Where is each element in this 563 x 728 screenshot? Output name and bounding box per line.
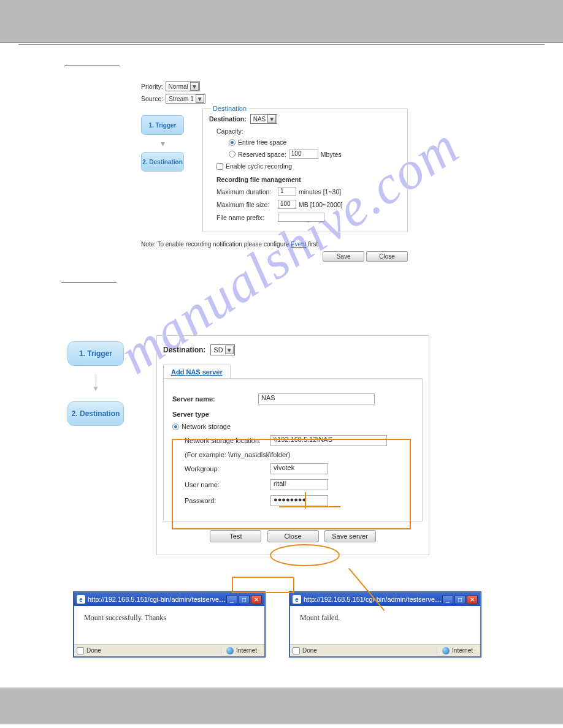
max-filesize-input[interactable]: 100 <box>278 200 296 209</box>
network-storage-radio[interactable] <box>172 423 179 430</box>
main-panel: Destination: SD ▼ Add NAS server Server … <box>156 335 429 555</box>
arrow-down-icon: ▼ <box>67 384 124 393</box>
document-icon <box>293 647 300 654</box>
recording-destination-panel: Priority: Normal ▼ Source: Stream 1 ▼ 1.… <box>141 82 545 262</box>
priority-value: Normal <box>167 83 190 90</box>
password-input[interactable]: ●●●●●●●● <box>270 495 328 506</box>
step-destination[interactable]: 2. Destination <box>67 401 124 426</box>
globe-icon <box>442 647 450 654</box>
destination-label: Destination: <box>163 346 205 354</box>
status-bar: Done Internet <box>290 644 480 656</box>
maximize-button[interactable]: □ <box>454 595 465 604</box>
globe-icon <box>226 647 234 654</box>
ie-icon <box>77 595 85 604</box>
reserved-radio[interactable] <box>229 151 236 157</box>
tab-body: Server name: NAS Server type Network sto… <box>163 378 423 521</box>
popup-body: Mount failed. <box>290 606 480 644</box>
fieldset-legend: Destination <box>210 105 249 112</box>
source-select[interactable]: Stream 1 ▼ <box>166 94 205 104</box>
result-popups: http://192.168.5.151/cgi-bin/admin/tests… <box>74 592 489 657</box>
nsl-input[interactable]: \\192.168.5.12\NAS <box>270 435 387 446</box>
nas-server-panel: 1. Trigger ▼ 2. Destination Destination:… <box>67 335 545 555</box>
chevron-down-icon: ▼ <box>267 115 276 123</box>
arrow-down-icon: ▾ <box>141 135 184 152</box>
annotation-underline <box>279 506 340 507</box>
destination-select[interactable]: NAS ▼ <box>250 114 278 124</box>
reserved-input[interactable]: 100 <box>289 150 318 159</box>
test-button[interactable]: Test <box>210 530 261 542</box>
max-duration-input[interactable]: 1 <box>278 187 296 196</box>
status-done: Done <box>302 647 317 654</box>
footer-bar <box>0 688 563 724</box>
workgroup-label: Workgroup: <box>185 465 270 472</box>
destination-label: Destination: <box>209 115 247 123</box>
note-text: Note: To enable recording notification p… <box>141 241 545 248</box>
close-button[interactable]: ✕ <box>467 595 478 604</box>
source-value: Stream 1 <box>167 96 196 102</box>
capacity-label: Capacity: <box>216 127 401 135</box>
destination-select[interactable]: SD ▼ <box>210 344 234 355</box>
source-label: Source: <box>141 95 163 102</box>
cyclic-checkbox[interactable] <box>216 163 223 170</box>
add-nas-tab[interactable]: Add NAS server <box>163 365 231 379</box>
destination-fieldset: Destination Destination: NAS ▼ Capacity:… <box>202 108 408 232</box>
fail-popup: http://192.168.5.151/cgi-bin/admin/tests… <box>289 592 481 657</box>
max-duration-label: Maximum duration: <box>216 188 278 195</box>
rfm-heading: Recording file management <box>216 176 401 183</box>
status-bar: Done Internet <box>74 644 264 656</box>
step-trigger[interactable]: 1. Trigger <box>67 341 124 366</box>
ie-icon <box>293 595 301 604</box>
window-title: http://192.168.5.151/cgi-bin/admin/tests… <box>88 596 226 603</box>
nsl-label: Network storage location: <box>185 437 270 444</box>
status-internet: Internet <box>452 647 473 654</box>
popup-body: Mount successfully. Thanks <box>74 606 264 644</box>
priority-label: Priority: <box>141 83 163 90</box>
close-button[interactable]: Close <box>267 530 319 542</box>
event-link[interactable]: Event <box>291 241 307 248</box>
save-button[interactable]: Save <box>323 251 364 262</box>
section-divider <box>64 60 120 66</box>
username-input[interactable]: ritali <box>270 479 328 490</box>
max-filesize-unit: MB [100~2000] <box>299 201 343 208</box>
document-icon <box>77 647 84 654</box>
cyclic-label: Enable cyclic recording <box>226 162 292 170</box>
max-filesize-label: Maximum file size: <box>216 201 278 208</box>
reserved-unit: Mbytes <box>321 151 342 158</box>
wizard-steps: 1. Trigger ▾ 2. Destination <box>141 115 184 172</box>
close-button[interactable]: ✕ <box>251 595 262 604</box>
server-name-label: Server name: <box>172 395 258 403</box>
max-duration-unit: minutes [1~30] <box>299 188 341 195</box>
destination-value: NAS <box>251 116 268 123</box>
add-nas-link[interactable]: Add NAS server <box>171 368 223 376</box>
minimize-button[interactable]: _ <box>226 595 237 604</box>
reserved-label: Reserved space: <box>238 151 286 158</box>
close-button[interactable]: Close <box>366 251 408 262</box>
status-done: Done <box>86 647 101 654</box>
entire-free-label: Entire free space <box>238 138 286 146</box>
status-internet: Internet <box>236 647 257 654</box>
destination-value: SD <box>212 346 224 354</box>
priority-select[interactable]: Normal ▼ <box>166 82 200 91</box>
window-titlebar: http://192.168.5.151/cgi-bin/admin/tests… <box>290 593 480 606</box>
save-server-button[interactable]: Save server <box>324 530 376 542</box>
test-button-highlight <box>232 577 294 593</box>
password-label: Password: <box>185 497 270 504</box>
workgroup-input[interactable]: vivotek <box>270 463 328 474</box>
header-bar <box>0 0 563 43</box>
entire-free-radio[interactable] <box>229 139 236 146</box>
filename-prefix-label: File name prefix: <box>216 214 278 221</box>
chevron-down-icon: ▼ <box>190 82 199 91</box>
server-name-input[interactable]: NAS <box>258 393 375 404</box>
server-type-heading: Server type <box>172 411 413 418</box>
filename-prefix-input[interactable] <box>278 213 324 222</box>
minimize-button[interactable]: _ <box>442 595 453 604</box>
nsl-example: (For example: \\my_nas\disk\folder) <box>185 451 413 458</box>
step-destination[interactable]: 2. Destination <box>141 152 184 172</box>
section-divider <box>61 277 117 283</box>
maximize-button[interactable]: □ <box>239 595 250 604</box>
network-storage-label: Network storage <box>182 423 231 430</box>
step-trigger[interactable]: 1. Trigger <box>141 115 184 135</box>
divider <box>18 44 545 45</box>
success-popup: http://192.168.5.151/cgi-bin/admin/tests… <box>74 592 265 657</box>
username-label: User name: <box>185 481 270 488</box>
